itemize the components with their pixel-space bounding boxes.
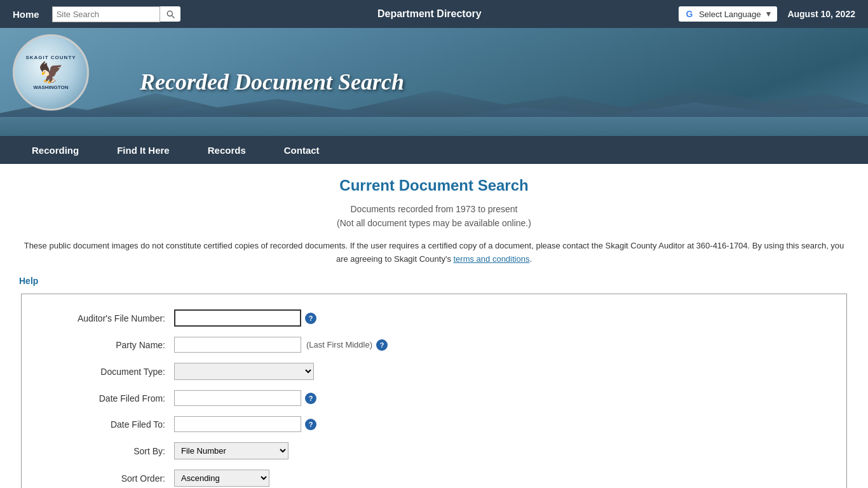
site-search-input[interactable]	[52, 6, 160, 22]
hero-title: Recorded Document Search	[140, 69, 404, 95]
language-dropdown-arrow: ▼	[764, 10, 772, 18]
main-nav: Recording Find It Here Records Contact	[0, 136, 868, 164]
nav-recording[interactable]: Recording	[13, 136, 98, 164]
subtitle-line2: (Not all document types may be available…	[19, 216, 849, 230]
nav-contact[interactable]: Contact	[265, 136, 339, 164]
help-link[interactable]: Help	[19, 276, 849, 286]
date-from-label: Date Filed From:	[47, 393, 174, 403]
date-to-help-icon[interactable]: ?	[305, 419, 316, 430]
date-to-row: Date Filed To: ?	[47, 416, 821, 432]
disclaimer-text: These public document images do not cons…	[21, 240, 847, 266]
search-form-container: Auditor's File Number: ? Party Name: (La…	[21, 294, 847, 488]
date-from-row: Date Filed From: ?	[47, 390, 821, 406]
party-help-icon[interactable]: ?	[376, 339, 388, 351]
hero-banner: SKAGIT COUNTY 🦅 WASHINGTON Recorded Docu…	[0, 28, 868, 136]
current-date: August 10, 2022	[787, 9, 855, 19]
site-search-wrapper	[52, 6, 180, 22]
sortby-select[interactable]: File Number	[174, 442, 288, 459]
afn-row: Auditor's File Number: ?	[47, 309, 821, 327]
google-translate-widget[interactable]: G Select Language ▼	[679, 6, 777, 22]
party-row: Party Name: (Last First Middle) ?	[47, 337, 821, 353]
date-to-input[interactable]	[174, 416, 301, 432]
select-language-label: Select Language	[699, 10, 761, 19]
sortorder-select[interactable]: Ascending Descending	[174, 470, 269, 487]
subtitle: Documents recorded from 1973 to present …	[19, 202, 849, 231]
party-name-input[interactable]	[174, 337, 301, 353]
date-to-label: Date Filed To:	[47, 419, 174, 430]
sortorder-label: Sort Order:	[47, 473, 174, 484]
page-title: Current Document Search	[19, 177, 849, 194]
subtitle-line1: Documents recorded from 1973 to present	[19, 202, 849, 216]
top-bar-left: Home	[13, 6, 180, 22]
doctype-label: Document Type:	[47, 367, 174, 377]
hero-content: Recorded Document Search	[0, 28, 868, 136]
site-search-button[interactable]	[160, 6, 180, 22]
party-name-hint: (Last First Middle)	[306, 340, 372, 349]
search-icon	[165, 9, 175, 19]
afn-help-icon[interactable]: ?	[305, 313, 316, 324]
dept-directory-link[interactable]: Department Directory	[377, 8, 482, 20]
nav-find-it-here[interactable]: Find It Here	[98, 136, 189, 164]
date-from-help-icon[interactable]: ?	[305, 393, 316, 404]
sortorder-row: Sort Order: Ascending Descending	[47, 470, 821, 487]
party-label: Party Name:	[47, 340, 174, 350]
home-nav-link[interactable]: Home	[13, 9, 39, 20]
page-content: Current Document Search Documents record…	[0, 164, 868, 488]
doctype-select[interactable]	[174, 363, 314, 380]
afn-label: Auditor's File Number:	[47, 313, 174, 323]
top-bar: Home Department Directory G Select Langu…	[0, 0, 868, 28]
google-g-icon: G	[684, 8, 695, 20]
sortby-label: Sort By:	[47, 446, 174, 456]
doctype-row: Document Type:	[47, 363, 821, 380]
terms-conditions-link[interactable]: terms and conditions	[454, 254, 530, 264]
sortby-row: Sort By: File Number	[47, 442, 821, 459]
nav-records[interactable]: Records	[189, 136, 265, 164]
date-from-input[interactable]	[174, 390, 301, 406]
top-bar-right: G Select Language ▼ August 10, 2022	[679, 6, 855, 22]
afn-input[interactable]	[174, 309, 301, 327]
